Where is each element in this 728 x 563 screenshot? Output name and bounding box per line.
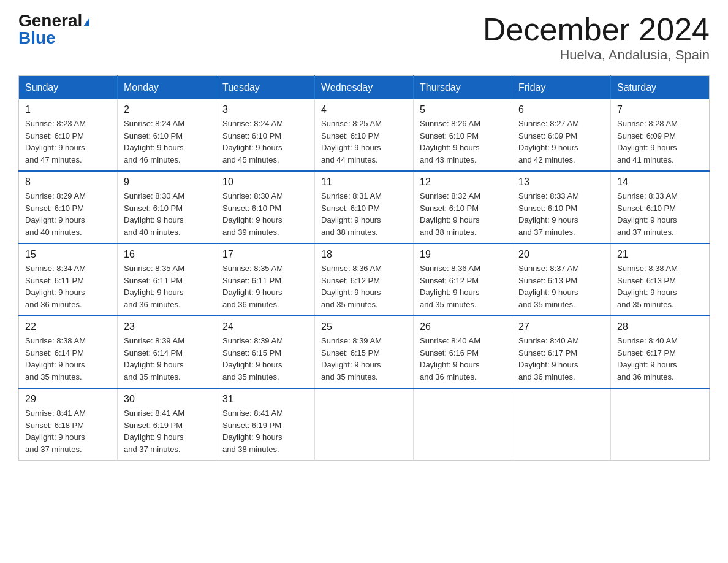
day-info: Sunrise: 8:36 AM Sunset: 6:12 PM Dayligh… (420, 262, 506, 310)
calendar-week-row: 8Sunrise: 8:29 AM Sunset: 6:10 PM Daylig… (19, 171, 710, 243)
day-number: 6 (518, 104, 604, 115)
calendar-cell: 24Sunrise: 8:39 AM Sunset: 6:15 PM Dayli… (216, 316, 315, 388)
logo-blue: Blue (18, 28, 56, 47)
day-info: Sunrise: 8:33 AM Sunset: 6:10 PM Dayligh… (617, 190, 703, 238)
col-header-thursday: Thursday (414, 76, 512, 100)
day-info: Sunrise: 8:38 AM Sunset: 6:14 PM Dayligh… (25, 335, 111, 383)
calendar-cell (315, 388, 414, 461)
calendar-cell: 25Sunrise: 8:39 AM Sunset: 6:15 PM Dayli… (315, 316, 414, 388)
day-info: Sunrise: 8:39 AM Sunset: 6:15 PM Dayligh… (222, 335, 308, 383)
calendar-cell: 8Sunrise: 8:29 AM Sunset: 6:10 PM Daylig… (19, 171, 118, 243)
col-header-monday: Monday (118, 76, 216, 100)
logo-triangle-icon (83, 18, 89, 26)
day-number: 30 (124, 394, 210, 405)
day-info: Sunrise: 8:30 AM Sunset: 6:10 PM Dayligh… (124, 190, 210, 238)
calendar-cell: 30Sunrise: 8:41 AM Sunset: 6:19 PM Dayli… (118, 388, 216, 461)
day-number: 20 (518, 249, 604, 260)
day-number: 27 (518, 321, 604, 332)
calendar-cell: 26Sunrise: 8:40 AM Sunset: 6:16 PM Dayli… (414, 316, 512, 388)
day-number: 1 (25, 104, 111, 115)
calendar-cell: 19Sunrise: 8:36 AM Sunset: 6:12 PM Dayli… (414, 243, 512, 316)
day-number: 29 (25, 394, 111, 405)
day-info: Sunrise: 8:26 AM Sunset: 6:10 PM Dayligh… (420, 118, 506, 166)
day-number: 26 (420, 321, 506, 332)
day-number: 3 (222, 104, 308, 115)
day-info: Sunrise: 8:23 AM Sunset: 6:10 PM Dayligh… (25, 118, 111, 166)
calendar-cell (414, 388, 512, 461)
day-number: 16 (124, 249, 210, 260)
day-info: Sunrise: 8:34 AM Sunset: 6:11 PM Dayligh… (25, 262, 111, 310)
month-title: December 2024 (483, 12, 710, 47)
title-area: December 2024 Huelva, Andalusia, Spain (483, 12, 710, 63)
day-number: 15 (25, 249, 111, 260)
day-number: 12 (420, 177, 506, 188)
day-info: Sunrise: 8:39 AM Sunset: 6:14 PM Dayligh… (124, 335, 210, 383)
day-number: 11 (321, 177, 407, 188)
calendar-cell (611, 388, 710, 461)
day-number: 31 (222, 394, 308, 405)
day-number: 14 (617, 177, 703, 188)
day-number: 10 (222, 177, 308, 188)
day-info: Sunrise: 8:30 AM Sunset: 6:10 PM Dayligh… (222, 190, 308, 238)
day-number: 22 (25, 321, 111, 332)
day-info: Sunrise: 8:41 AM Sunset: 6:19 PM Dayligh… (124, 407, 210, 455)
day-number: 28 (617, 321, 703, 332)
calendar-cell: 3Sunrise: 8:24 AM Sunset: 6:10 PM Daylig… (216, 99, 315, 171)
calendar-cell: 21Sunrise: 8:38 AM Sunset: 6:13 PM Dayli… (611, 243, 710, 316)
location-title: Huelva, Andalusia, Spain (483, 47, 710, 63)
day-number: 23 (124, 321, 210, 332)
calendar-cell: 28Sunrise: 8:40 AM Sunset: 6:17 PM Dayli… (611, 316, 710, 388)
day-info: Sunrise: 8:27 AM Sunset: 6:09 PM Dayligh… (518, 118, 604, 166)
col-header-saturday: Saturday (611, 76, 710, 100)
calendar-cell (512, 388, 611, 461)
calendar-cell: 15Sunrise: 8:34 AM Sunset: 6:11 PM Dayli… (19, 243, 118, 316)
logo: General Blue (18, 12, 89, 47)
day-number: 4 (321, 104, 407, 115)
calendar-cell: 6Sunrise: 8:27 AM Sunset: 6:09 PM Daylig… (512, 99, 611, 171)
day-info: Sunrise: 8:41 AM Sunset: 6:19 PM Dayligh… (222, 407, 308, 455)
calendar-cell: 1Sunrise: 8:23 AM Sunset: 6:10 PM Daylig… (19, 99, 118, 171)
day-info: Sunrise: 8:35 AM Sunset: 6:11 PM Dayligh… (222, 262, 308, 310)
day-number: 24 (222, 321, 308, 332)
day-info: Sunrise: 8:28 AM Sunset: 6:09 PM Dayligh… (617, 118, 703, 166)
calendar-cell: 20Sunrise: 8:37 AM Sunset: 6:13 PM Dayli… (512, 243, 611, 316)
calendar-cell: 27Sunrise: 8:40 AM Sunset: 6:17 PM Dayli… (512, 316, 611, 388)
day-number: 25 (321, 321, 407, 332)
day-info: Sunrise: 8:35 AM Sunset: 6:11 PM Dayligh… (124, 262, 210, 310)
day-number: 17 (222, 249, 308, 260)
calendar-cell: 11Sunrise: 8:31 AM Sunset: 6:10 PM Dayli… (315, 171, 414, 243)
calendar-cell: 16Sunrise: 8:35 AM Sunset: 6:11 PM Dayli… (118, 243, 216, 316)
calendar-cell: 17Sunrise: 8:35 AM Sunset: 6:11 PM Dayli… (216, 243, 315, 316)
day-info: Sunrise: 8:29 AM Sunset: 6:10 PM Dayligh… (25, 190, 111, 238)
day-number: 13 (518, 177, 604, 188)
logo-text: General Blue (18, 12, 89, 47)
day-number: 21 (617, 249, 703, 260)
calendar-cell: 5Sunrise: 8:26 AM Sunset: 6:10 PM Daylig… (414, 99, 512, 171)
day-info: Sunrise: 8:36 AM Sunset: 6:12 PM Dayligh… (321, 262, 407, 310)
calendar-cell: 12Sunrise: 8:32 AM Sunset: 6:10 PM Dayli… (414, 171, 512, 243)
day-number: 9 (124, 177, 210, 188)
calendar-table: SundayMondayTuesdayWednesdayThursdayFrid… (18, 75, 710, 461)
day-info: Sunrise: 8:37 AM Sunset: 6:13 PM Dayligh… (518, 262, 604, 310)
col-header-friday: Friday (512, 76, 611, 100)
calendar-cell: 13Sunrise: 8:33 AM Sunset: 6:10 PM Dayli… (512, 171, 611, 243)
calendar-week-row: 22Sunrise: 8:38 AM Sunset: 6:14 PM Dayli… (19, 316, 710, 388)
day-number: 18 (321, 249, 407, 260)
calendar-week-row: 29Sunrise: 8:41 AM Sunset: 6:18 PM Dayli… (19, 388, 710, 461)
col-header-sunday: Sunday (19, 76, 118, 100)
col-header-tuesday: Tuesday (216, 76, 315, 100)
day-info: Sunrise: 8:32 AM Sunset: 6:10 PM Dayligh… (420, 190, 506, 238)
day-info: Sunrise: 8:40 AM Sunset: 6:17 PM Dayligh… (617, 335, 703, 383)
day-info: Sunrise: 8:24 AM Sunset: 6:10 PM Dayligh… (222, 118, 308, 166)
logo-general: General (18, 11, 82, 30)
calendar-cell: 7Sunrise: 8:28 AM Sunset: 6:09 PM Daylig… (611, 99, 710, 171)
day-info: Sunrise: 8:33 AM Sunset: 6:10 PM Dayligh… (518, 190, 604, 238)
calendar-cell: 4Sunrise: 8:25 AM Sunset: 6:10 PM Daylig… (315, 99, 414, 171)
day-info: Sunrise: 8:24 AM Sunset: 6:10 PM Dayligh… (124, 118, 210, 166)
day-number: 7 (617, 104, 703, 115)
day-info: Sunrise: 8:41 AM Sunset: 6:18 PM Dayligh… (25, 407, 111, 455)
calendar-cell: 2Sunrise: 8:24 AM Sunset: 6:10 PM Daylig… (118, 99, 216, 171)
calendar-cell: 22Sunrise: 8:38 AM Sunset: 6:14 PM Dayli… (19, 316, 118, 388)
day-info: Sunrise: 8:40 AM Sunset: 6:16 PM Dayligh… (420, 335, 506, 383)
calendar-cell: 14Sunrise: 8:33 AM Sunset: 6:10 PM Dayli… (611, 171, 710, 243)
